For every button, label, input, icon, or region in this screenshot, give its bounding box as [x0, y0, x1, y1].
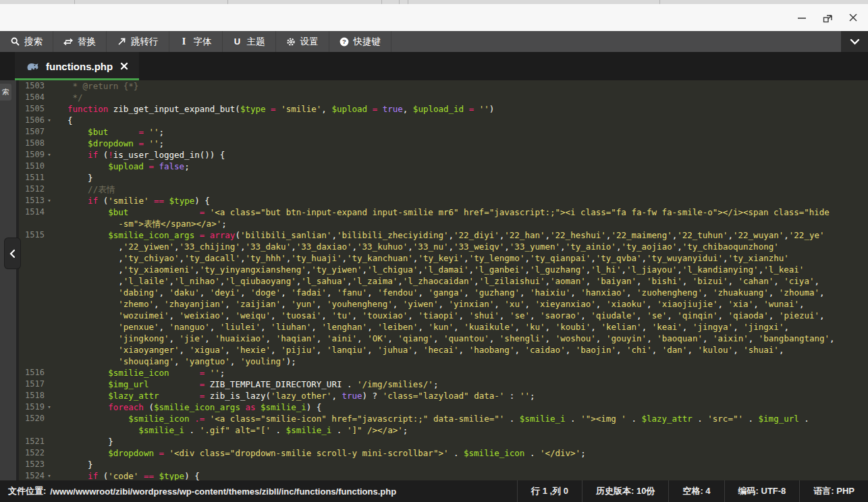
code-line[interactable]: ,'ty_xiaomieni','ty_yinyangxiansheng','t…	[22, 264, 868, 275]
code-token: ,	[281, 299, 291, 309]
code-line[interactable]: 1516 $smilie_icon = '';	[22, 367, 868, 379]
line-number[interactable]: 1521	[22, 436, 45, 447]
line-number[interactable]: 1515	[22, 229, 45, 241]
code-line[interactable]: 1505function zib_get_input_expand_but($t…	[22, 103, 868, 115]
status-cursor-position[interactable]: 行 1 ,列 0	[517, 480, 582, 502]
code-line[interactable]: 'jingkong', 'jie', 'huaixiao', 'haqian',…	[22, 333, 868, 344]
status-history-versions[interactable]: 历史版本: 10份	[582, 480, 668, 502]
line-number[interactable]: 1523	[22, 459, 45, 470]
line-number[interactable]: 1513	[22, 195, 45, 206]
code-line[interactable]: 1503 * @return {*}	[22, 80, 868, 92]
line-number[interactable]: 1509	[22, 149, 45, 161]
code-line-text: $smilie_i . '.gif" alt="[' . $smilie_i .…	[54, 425, 408, 435]
restore-button[interactable]	[822, 12, 833, 23]
code-line[interactable]: 1518 $lazy_attr = zib_is_lazy('lazy_othe…	[22, 390, 868, 401]
line-number[interactable]: 1519	[22, 401, 45, 413]
line-number[interactable]: 1524	[22, 470, 45, 480]
code-line[interactable]: 1524▾ if ('code' == $type) {	[22, 470, 868, 480]
code-line[interactable]: 1517 $img_url = ZIB_TEMPLATE_DIRECTORY_U…	[22, 379, 868, 390]
code-line[interactable]: -sm">表情</span></a>';	[22, 218, 868, 229]
line-number[interactable]: 1512	[22, 184, 45, 195]
close-window-button[interactable]	[848, 12, 859, 23]
status-language[interactable]: 语言: PHP	[799, 480, 868, 502]
code-token: ,	[474, 276, 479, 286]
code-line[interactable]: 1523 }	[22, 459, 868, 470]
code-token	[164, 448, 169, 458]
code-line[interactable]: 1508 $dropdown = '';	[22, 138, 868, 149]
toolbar-button-settings[interactable]: 设置	[276, 31, 329, 52]
line-number[interactable]: 1506	[22, 115, 45, 126]
code-line[interactable]: 1514 $but = '<a class="but btn-input-exp…	[22, 206, 868, 218]
code-line[interactable]: 1521 }	[22, 436, 868, 447]
code-token	[67, 391, 108, 401]
toolbar-button-goto-line[interactable]: 跳转行	[107, 31, 169, 52]
code-line[interactable]: 'penxue', 'nanguo', 'liulei', 'liuhan', …	[22, 321, 868, 333]
code-line-text: 'jingkong', 'jie', 'huaixiao', 'haqian',…	[54, 333, 835, 343]
code-line[interactable]: ,'ty_chiyao','ty_dacall','ty_hhh','ty_hu…	[22, 252, 868, 264]
line-number[interactable]: 1510	[22, 161, 45, 172]
line-number[interactable]: 1520	[22, 413, 45, 424]
code-token: ,	[514, 345, 524, 355]
code-line[interactable]: 1509▾ if (!is_user_logged_in()) {	[22, 149, 868, 161]
code-token: 'ty_wuyanyidui'	[647, 253, 723, 263]
status-encoding[interactable]: 编码: UTF-8	[724, 480, 800, 502]
line-number[interactable]: 1508	[22, 138, 45, 149]
code-line[interactable]: ,'l_laile','l_nihao','l_qiubaoyang','l_s…	[22, 275, 868, 287]
code-line[interactable]: 1504 */	[22, 92, 868, 103]
code-token: 'qiang'	[398, 333, 433, 343]
line-number[interactable]: 1518	[22, 390, 45, 401]
toolbar-button-theme[interactable]: U主题	[223, 31, 276, 52]
line-number[interactable]: 1507	[22, 126, 45, 138]
code-line[interactable]: 'wozuimei', 'weixiao', 'weiqu', 'tuosai'…	[22, 310, 868, 321]
code-line[interactable]: 1522 $dropdown = '<div class="dropdown-s…	[22, 447, 868, 459]
code-token: $smilie_i	[261, 402, 306, 412]
line-number[interactable]: 1522	[22, 447, 45, 459]
code-token	[67, 207, 108, 217]
line-number[interactable]: 1503	[22, 80, 45, 92]
toolbar-button-font[interactable]: I字体	[169, 31, 223, 52]
code-line[interactable]: 'zhemo', 'zhayanjian', 'zaijian', 'yun',…	[22, 298, 868, 310]
code-line[interactable]: 1511 }	[22, 172, 868, 184]
toolbar-overflow-button[interactable]	[841, 31, 868, 52]
code-line[interactable]: 1520 $smilie_icon .= '<a class="smilie-i…	[22, 413, 868, 424]
line-number[interactable]: 1514	[22, 206, 45, 218]
collapse-sidebar-button[interactable]	[5, 238, 20, 269]
code-token: ,	[677, 264, 682, 275]
toolbar-button-shortcuts[interactable]: ?快捷键	[329, 31, 392, 52]
code-line[interactable]: 1513▾ if ('smilie' == $type) {	[22, 195, 868, 206]
line-number[interactable]: 1511	[22, 172, 45, 184]
code-line[interactable]: $smilie_i . '.gif" alt="[' . $smilie_i .…	[22, 424, 868, 436]
status-spaces[interactable]: 空格: 4	[668, 480, 724, 502]
fold-arrow-icon[interactable]: ▾	[45, 149, 54, 161]
code-token: ,	[433, 333, 443, 343]
code-line[interactable]: 'shouqiang', 'yangtuo', 'youling');	[22, 356, 868, 367]
tab-functions-php[interactable]: functions.php	[15, 52, 139, 80]
code-line[interactable]: 1510 $upload = false;	[22, 161, 868, 172]
code-line[interactable]: 1506▾{	[22, 115, 868, 126]
code-line[interactable]: 1519▾ foreach ($smilie_icon_args as $smi…	[22, 401, 868, 413]
code-line[interactable]: 1515 $smilie_icon_args = array('bilibili…	[22, 229, 868, 241]
fold-arrow-icon[interactable]: ▾	[45, 470, 54, 480]
line-number[interactable]: 1504	[22, 92, 45, 103]
collapsed-search-panel-tab[interactable]: 索	[0, 84, 11, 101]
code-token: ,	[174, 242, 180, 252]
fold-arrow-icon[interactable]: ▾	[45, 195, 54, 206]
line-number[interactable]: 1516	[22, 367, 45, 379]
code-line[interactable]: 'dabing', 'daku', 'deyi', 'doge', 'fadai…	[22, 287, 868, 298]
code-token	[67, 219, 118, 229]
code-line[interactable]: 'xiaoyanger', 'xigua', 'hexie', 'pijiu',…	[22, 344, 868, 356]
fold-arrow-icon[interactable]: ▾	[45, 401, 54, 413]
code-token: ,	[545, 322, 555, 332]
line-number[interactable]: 1517	[22, 379, 45, 390]
tab-close-button[interactable]	[120, 62, 128, 70]
code-line[interactable]: 1512 //表情	[22, 184, 868, 195]
toolbar-button-search[interactable]: 搜索	[0, 31, 53, 52]
code-token: 'l_jiayou'	[626, 264, 677, 275]
line-number[interactable]: 1505	[22, 103, 45, 115]
code-line[interactable]: 1507 $but = '';	[22, 126, 868, 138]
toolbar-button-replace[interactable]: 替换	[53, 31, 107, 52]
fold-arrow-icon[interactable]: ▾	[45, 115, 54, 126]
code-line[interactable]: ,'22_yiwen','33_chijing','33_daku','33_d…	[22, 241, 868, 252]
font-icon: I	[180, 37, 189, 47]
minimize-button[interactable]	[796, 12, 807, 23]
